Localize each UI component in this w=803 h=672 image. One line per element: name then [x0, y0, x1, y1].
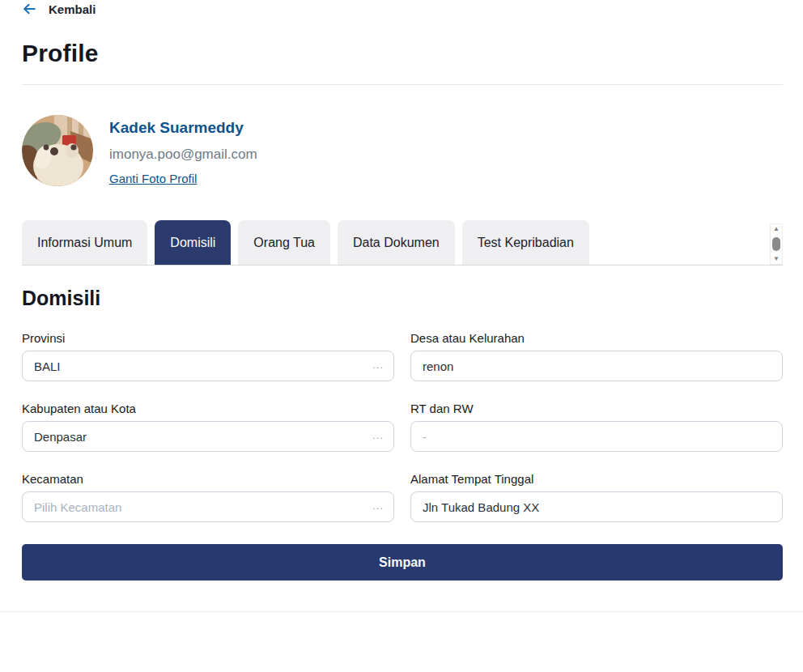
- field-desa: Desa atau Kelurahan: [410, 331, 783, 381]
- domisili-form: Provinsi ... Desa atau Kelurahan Kabupat…: [22, 331, 783, 522]
- profile-tabs: Informasi Umum Domisili Orang Tua Data D…: [22, 220, 783, 266]
- field-provinsi: Provinsi ...: [22, 331, 394, 381]
- kecamatan-label: Kecamatan: [22, 472, 394, 486]
- change-photo-link[interactable]: Ganti Foto Profil: [109, 171, 197, 187]
- header-divider: [22, 84, 783, 85]
- field-alamat: Alamat Tempat Tinggal: [410, 472, 783, 522]
- avatar: [22, 115, 93, 186]
- tab-domisili[interactable]: Domisili: [155, 220, 231, 265]
- tab-test-kepribadian[interactable]: Test Kepribadian: [462, 220, 589, 265]
- tabs-scrollbar[interactable]: ▲ ▼: [770, 223, 783, 265]
- section-title: Domisili: [22, 285, 783, 311]
- alamat-input[interactable]: [410, 491, 783, 522]
- save-button[interactable]: Simpan: [22, 544, 783, 581]
- profile-summary: Kadek Suarmeddy imonya.poo@gmail.com Gan…: [22, 115, 783, 187]
- provinsi-input[interactable]: [22, 351, 394, 381]
- scrollbar-thumb[interactable]: [772, 237, 780, 251]
- tab-data-dokumen[interactable]: Data Dokumen: [338, 220, 455, 265]
- tab-orang-tua[interactable]: Orang Tua: [238, 220, 330, 265]
- rt-rw-label: RT dan RW: [410, 402, 783, 415]
- kabupaten-input[interactable]: [22, 421, 394, 452]
- kabupaten-label: Kabupaten atau Kota: [22, 402, 394, 415]
- scroll-up-icon[interactable]: ▲: [773, 226, 780, 232]
- alamat-label: Alamat Tempat Tinggal: [410, 472, 783, 486]
- tab-informasi-umum[interactable]: Informasi Umum: [22, 220, 147, 265]
- field-rt-rw: RT dan RW: [410, 402, 783, 452]
- scroll-down-icon[interactable]: ▼: [773, 256, 780, 262]
- back-arrow-icon[interactable]: [22, 2, 36, 16]
- profile-name: Kadek Suarmeddy: [109, 118, 257, 138]
- field-kabupaten: Kabupaten atau Kota ...: [22, 402, 394, 452]
- provinsi-label: Provinsi: [22, 331, 394, 345]
- avatar-photo-illustration: [22, 115, 93, 186]
- desa-label: Desa atau Kelurahan: [410, 331, 783, 345]
- profile-email: imonya.poo@gmail.com: [109, 146, 257, 164]
- back-label[interactable]: Kembali: [49, 2, 96, 16]
- page-title: Profile: [22, 40, 783, 67]
- kecamatan-input[interactable]: [22, 491, 394, 522]
- back-button[interactable]: Kembali: [22, 0, 783, 17]
- bottom-divider: [0, 611, 803, 612]
- desa-input[interactable]: [410, 351, 783, 381]
- rt-rw-input[interactable]: [410, 421, 783, 452]
- field-kecamatan: Kecamatan ...: [22, 472, 394, 522]
